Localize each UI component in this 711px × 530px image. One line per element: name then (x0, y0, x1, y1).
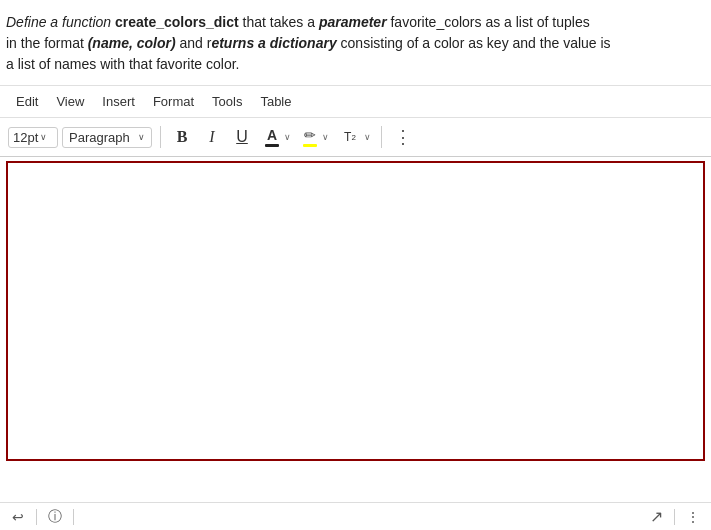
superscript-arrow: ∨ (364, 132, 371, 142)
font-color-arrow: ∨ (284, 132, 291, 142)
description-area: Define a function create_colors_dict tha… (0, 0, 711, 86)
menu-tools[interactable]: Tools (204, 90, 250, 113)
underline-button[interactable]: U (229, 124, 255, 150)
font-color-button[interactable]: A ∨ (259, 123, 293, 151)
desc-define: Define a function (6, 14, 111, 30)
italic-button[interactable]: I (199, 124, 225, 150)
font-color-indicator (265, 144, 279, 147)
menu-edit[interactable]: Edit (8, 90, 46, 113)
info-icon[interactable]: ⓘ (45, 507, 65, 527)
more-bottom-icon[interactable]: ⋮ (683, 507, 703, 527)
desc-in-format: in the format (6, 35, 88, 51)
desc-and-r: and r (180, 35, 212, 51)
desc-format-value: (name, color) (88, 35, 176, 51)
menu-format[interactable]: Format (145, 90, 202, 113)
font-size-arrow: ∨ (40, 132, 47, 142)
highlight-arrow: ∨ (322, 132, 329, 142)
highlight-button[interactable]: ✏ ∨ (297, 123, 331, 151)
desc-takes: that takes a (243, 14, 319, 30)
menu-table[interactable]: Table (252, 90, 299, 113)
highlight-icon: ✏ (299, 125, 321, 149)
editor-content-area[interactable] (6, 161, 705, 461)
bold-button[interactable]: B (169, 124, 195, 150)
paragraph-style-arrow: ∨ (138, 132, 145, 142)
paragraph-style-value: Paragraph (69, 130, 130, 145)
toolbar-divider-1 (160, 126, 161, 148)
bottom-divider-2 (73, 509, 74, 525)
toolbar: 12pt ∨ Paragraph ∨ B I U A ∨ ✏ ∨ T2 ∨ ⋮ (0, 118, 711, 157)
desc-param-name: favorite_colors (390, 14, 481, 30)
desc-list-of-names: a list of names with that favorite color… (6, 56, 239, 72)
menu-insert[interactable]: Insert (94, 90, 143, 113)
paragraph-style-selector[interactable]: Paragraph ∨ (62, 127, 152, 148)
undo-icon[interactable]: ↩ (8, 507, 28, 527)
font-color-label: A (267, 127, 277, 143)
desc-funcname: create_colors_dict (115, 14, 239, 30)
menu-view[interactable]: View (48, 90, 92, 113)
highlight-label: ✏ (304, 127, 316, 143)
more-options-button[interactable]: ⋮ (390, 124, 416, 150)
bottom-divider-1 (36, 509, 37, 525)
bottom-divider-3 (674, 509, 675, 525)
font-size-selector[interactable]: 12pt ∨ (8, 127, 58, 148)
highlight-color-indicator (303, 144, 317, 147)
menu-bar: Edit View Insert Format Tools Table (0, 86, 711, 118)
font-size-value: 12pt (13, 130, 38, 145)
desc-param-label: parameter (319, 14, 387, 30)
bottom-bar: ↩ ⓘ ↗ ⋮ (0, 502, 711, 530)
font-color-icon: A (261, 125, 283, 149)
superscript-button[interactable]: T2 ∨ (335, 122, 373, 152)
toolbar-divider-2 (381, 126, 382, 148)
zoom-icon[interactable]: ↗ (646, 507, 666, 527)
superscript-label: T2 (337, 124, 363, 150)
desc-consisting: consisting of a color as key and the val… (341, 35, 611, 51)
desc-as-list: as a list of tuples (485, 14, 589, 30)
desc-returns: eturns a dictionary (211, 35, 336, 51)
